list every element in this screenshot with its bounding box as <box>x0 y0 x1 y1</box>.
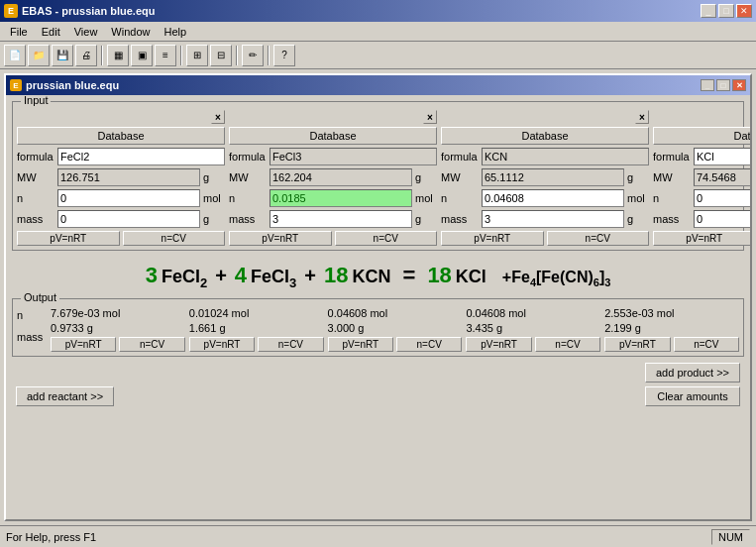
ncv-btn-c1[interactable]: n=CV <box>123 231 226 246</box>
n-label-c4: n <box>653 192 691 204</box>
tb-btn6[interactable]: ▣ <box>131 45 153 66</box>
tb-sep4 <box>268 46 270 65</box>
mw-input-c4 <box>694 168 750 186</box>
tb-btn7[interactable]: ≡ <box>155 45 176 66</box>
output-col-4: 0.04608 mol 3.435 g pV=nRT n=CV <box>466 307 600 352</box>
menu-help[interactable]: Help <box>158 24 192 40</box>
ncv-btn-c2[interactable]: n=CV <box>335 231 438 246</box>
n-row-c1: n mol <box>17 189 225 207</box>
tb-print[interactable]: 🖨 <box>75 45 97 66</box>
maximize-button[interactable]: □ <box>718 4 734 18</box>
out-pvnrt-5[interactable]: pV=nRT <box>604 337 670 352</box>
out-n-3: 0.04608 mol <box>328 307 463 319</box>
out-ncv-5[interactable]: n=CV <box>674 337 739 352</box>
mass-input-c1[interactable] <box>57 210 200 228</box>
tb-save[interactable]: 💾 <box>52 45 73 66</box>
help-text: For Help, press F1 <box>6 531 703 543</box>
input-group-label: Input <box>21 95 51 106</box>
coeff-2: 4 <box>235 263 247 288</box>
out-n-4: 0.04608 mol <box>466 307 600 319</box>
mass-input-c2[interactable] <box>270 210 412 228</box>
n-input-c2[interactable] <box>270 189 412 207</box>
menu-view[interactable]: View <box>68 24 104 40</box>
mass-label-c4: mass <box>653 213 691 225</box>
mass-input-c4[interactable] <box>694 210 750 228</box>
ncv-btn-c3[interactable]: n=CV <box>547 231 650 246</box>
out-ncv-2[interactable]: n=CV <box>258 337 323 352</box>
n-input-c4[interactable] <box>694 189 750 207</box>
formula-label-c4: formula <box>653 151 691 163</box>
out-ncv-1[interactable]: n=CV <box>119 337 184 352</box>
db-btn-c3[interactable]: Database <box>441 127 649 145</box>
out-mass-3: 3.000 g <box>328 322 463 334</box>
tb-new[interactable]: 📄 <box>4 45 26 66</box>
tb-sep1 <box>101 46 103 65</box>
tb-btn8[interactable]: ⊞ <box>186 45 208 66</box>
n-label-c2: n <box>229 192 267 204</box>
add-product-button[interactable]: add product >> <box>645 363 740 383</box>
pvnrt-btn-c1[interactable]: pV=nRT <box>17 231 120 246</box>
formula-4: KCl <box>456 267 486 287</box>
coeff-1: 3 <box>146 263 158 288</box>
out-ncv-3[interactable]: n=CV <box>396 337 462 352</box>
clear-amounts-button[interactable]: Clear amounts <box>645 386 740 406</box>
num-indicator: NUM <box>711 529 750 545</box>
minimize-button[interactable]: _ <box>701 4 716 18</box>
mw-row-c2: MW g <box>229 168 437 186</box>
n-row-c4: n mol <box>653 189 750 207</box>
mass-label-c1: mass <box>17 213 54 225</box>
tb-btn9[interactable]: ⊟ <box>210 45 232 66</box>
formula-input-c4[interactable] <box>694 148 750 165</box>
formula-input-c1[interactable] <box>57 148 225 165</box>
out-pvnrt-4[interactable]: pV=nRT <box>466 337 531 352</box>
menu-window[interactable]: Window <box>105 24 156 40</box>
menu-file[interactable]: File <box>4 24 34 40</box>
db-btn-c4[interactable]: Database <box>653 127 750 145</box>
tb-btn5[interactable]: ▦ <box>107 45 129 66</box>
close-c3[interactable]: × <box>635 110 649 124</box>
db-btn-c2[interactable]: Database <box>229 127 437 145</box>
inner-window: E prussian blue.equ _ □ ✕ Input × Databa… <box>4 73 752 521</box>
mw-input-c1 <box>57 168 200 186</box>
out-n-2: 0.01024 mol <box>189 307 324 319</box>
inner-close[interactable]: ✕ <box>732 79 746 91</box>
close-c1[interactable]: × <box>211 110 225 124</box>
formula-input-c2[interactable] <box>270 148 437 165</box>
mass-input-c3[interactable] <box>482 210 624 228</box>
compound-col-3: × Database formula MW g n <box>441 110 649 246</box>
out-pvnrt-2[interactable]: pV=nRT <box>189 337 255 352</box>
mass-row-c4: mass g <box>653 210 750 228</box>
inner-minimize[interactable]: _ <box>701 79 714 91</box>
pvnrt-btn-c2[interactable]: pV=nRT <box>229 231 332 246</box>
out-btn-row-4: pV=nRT n=CV <box>466 337 600 352</box>
add-reactant-button[interactable]: add reactant >> <box>16 386 114 406</box>
mw-label-c2: MW <box>229 171 267 183</box>
pvnrt-btn-c3[interactable]: pV=nRT <box>441 231 544 246</box>
compound-col-1: × Database formula MW g n <box>17 110 225 246</box>
db-btn-c1[interactable]: Database <box>17 127 225 145</box>
tb-open[interactable]: 📁 <box>28 45 50 66</box>
formula-input-c3[interactable] <box>482 148 649 165</box>
menu-edit[interactable]: Edit <box>36 24 66 40</box>
out-pvnrt-1[interactable]: pV=nRT <box>51 337 116 352</box>
mw-input-c2 <box>270 168 412 186</box>
close-c2[interactable]: × <box>423 110 437 124</box>
out-btn-row-5: pV=nRT n=CV <box>604 337 739 352</box>
inner-title-bar: E prussian blue.equ _ □ ✕ <box>6 75 750 95</box>
tb-btn10[interactable]: ✏ <box>242 45 264 66</box>
formula-5: +Fe4[Fe(CN)6]3 <box>502 269 610 288</box>
n-row-c2: n mol <box>229 189 437 207</box>
mass-unit-c3: g <box>627 213 649 225</box>
n-input-c1[interactable] <box>57 189 200 207</box>
out-ncv-4[interactable]: n=CV <box>535 337 600 352</box>
n-unit-c3: mol <box>627 192 649 204</box>
close-button[interactable]: ✕ <box>736 4 752 18</box>
tb-sep3 <box>236 46 238 65</box>
pvnrt-btn-c4[interactable]: pV=nRT <box>653 231 750 246</box>
output-col-1: 7.679e-03 mol 0.9733 g pV=nRT n=CV <box>51 307 185 352</box>
out-pvnrt-3[interactable]: pV=nRT <box>328 337 393 352</box>
tb-help[interactable]: ? <box>273 45 295 66</box>
n-input-c3[interactable] <box>482 189 624 207</box>
inner-maximize[interactable]: □ <box>716 79 730 91</box>
formula-label-c2: formula <box>229 151 267 163</box>
